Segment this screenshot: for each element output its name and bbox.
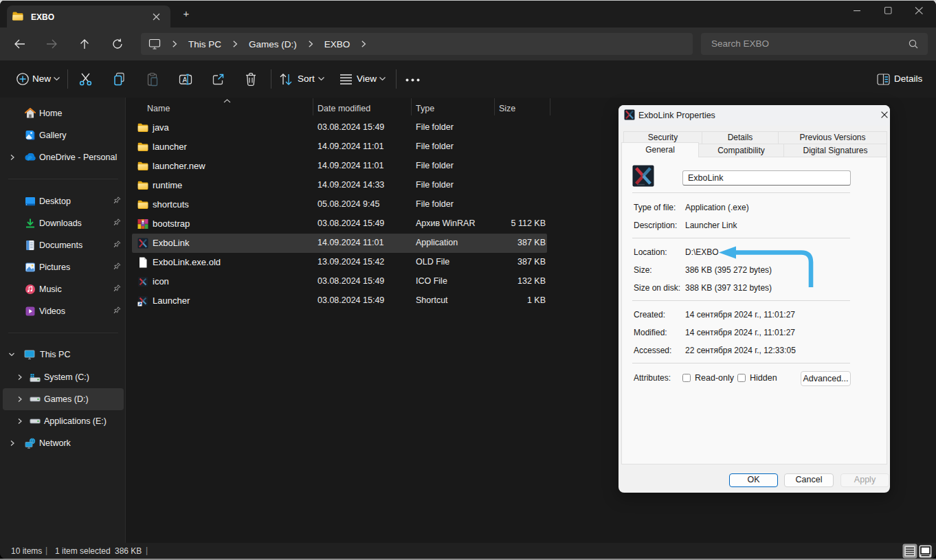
svg-text:A: A: [183, 76, 188, 84]
